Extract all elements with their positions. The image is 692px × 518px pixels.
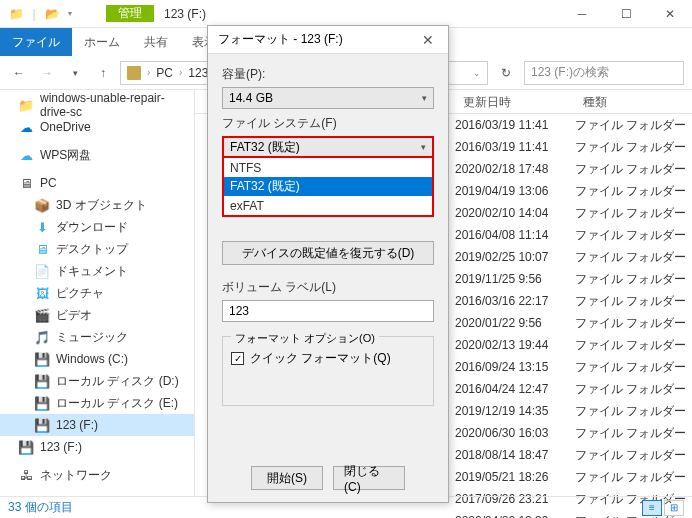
back-button[interactable]: ←	[8, 62, 30, 84]
sidebar-item-label: ダウンロード	[56, 219, 128, 236]
sidebar-item[interactable]: 💾123 (F:)	[0, 436, 194, 458]
cell-type: ファイル フォルダー	[575, 180, 686, 202]
col-date[interactable]: 更新日時	[455, 90, 511, 114]
sidebar-item-label: 123 (F:)	[40, 440, 82, 454]
cell-date: 2020/02/18 17:48	[455, 158, 548, 180]
close-button[interactable]: ✕	[648, 0, 692, 28]
up-button[interactable]: ↑	[92, 62, 114, 84]
dialog-titlebar: フォーマット - 123 (F:) ✕	[208, 26, 448, 54]
filesystem-option[interactable]: exFAT	[224, 196, 432, 215]
cell-date: 2019/04/19 13:06	[455, 180, 548, 202]
dialog-title: フォーマット - 123 (F:)	[218, 31, 343, 48]
filesystem-option[interactable]: FAT32 (既定)	[224, 177, 432, 196]
sidebar-item-label: ローカル ディスク (E:)	[56, 395, 178, 412]
restore-defaults-button[interactable]: デバイスの既定値を復元する(D)	[222, 241, 434, 265]
minimize-button[interactable]: ─	[560, 0, 604, 28]
tab-file[interactable]: ファイル	[0, 28, 72, 56]
capacity-select[interactable]: 14.4 GB ▾	[222, 87, 434, 109]
volume-label-label: ボリューム ラベル(L)	[222, 279, 434, 296]
qat-separator: |	[26, 6, 42, 22]
sidebar-item-icon: 🖥	[34, 241, 50, 257]
cell-date: 2016/03/19 11:41	[455, 114, 548, 136]
cell-type: ファイル フォルダー	[575, 114, 686, 136]
sidebar-item-label: windows-unable-repair-drive-sc	[40, 91, 194, 119]
chevron-down-icon: ▾	[422, 93, 427, 103]
view-details-button[interactable]: ≡	[642, 500, 662, 516]
sidebar-item[interactable]: 🎬ビデオ	[0, 304, 194, 326]
cell-date: 2019/02/25 10:07	[455, 246, 548, 268]
col-type[interactable]: 種類	[575, 90, 607, 114]
sidebar-item-label: 3D オブジェクト	[56, 197, 147, 214]
sidebar-item[interactable]: ☁OneDrive	[0, 116, 194, 138]
filesystem-option[interactable]: NTFS	[224, 158, 432, 177]
sidebar-item-label: 123 (F:)	[56, 418, 98, 432]
sidebar-item-icon: 📄	[34, 263, 50, 279]
search-input[interactable]: 123 (F:)の検索	[524, 61, 684, 85]
start-button[interactable]: 開始(S)	[251, 466, 323, 490]
address-dropdown-icon[interactable]: ⌄	[473, 68, 481, 78]
sidebar-item[interactable]: 🖼ピクチャ	[0, 282, 194, 304]
drive-icon	[127, 66, 141, 80]
sidebar-item-icon: ☁	[18, 119, 34, 135]
sidebar-item-label: ネットワーク	[40, 467, 112, 484]
volume-label-input[interactable]: 123	[222, 300, 434, 322]
cell-type: ファイル フォルダー	[575, 422, 686, 444]
chevron-right-icon: ›	[147, 67, 150, 78]
cell-type: ファイル フォルダー	[575, 224, 686, 246]
nav-sidebar: 📁windows-unable-repair-drive-sc☁OneDrive…	[0, 90, 195, 496]
sidebar-item-icon: 🖥	[18, 175, 34, 191]
recent-chevron-icon[interactable]: ▾	[64, 62, 86, 84]
sidebar-item[interactable]: 📦3D オブジェクト	[0, 194, 194, 216]
sidebar-item[interactable]: 💾ローカル ディスク (D:)	[0, 370, 194, 392]
forward-button[interactable]: →	[36, 62, 58, 84]
sidebar-item[interactable]: 🎵ミュージック	[0, 326, 194, 348]
sidebar-item-label: ローカル ディスク (D:)	[56, 373, 179, 390]
cell-type: ファイル フォルダー	[575, 268, 686, 290]
cell-date: 2019/05/21 18:26	[455, 466, 548, 488]
tab-share[interactable]: 共有	[132, 28, 180, 56]
cell-type: ファイル フォルダー	[575, 466, 686, 488]
ribbon-context-tab[interactable]: 管理	[106, 5, 154, 22]
sidebar-item[interactable]: ⬇ダウンロード	[0, 216, 194, 238]
qat-chevron-icon[interactable]: ▾	[62, 6, 78, 22]
sidebar-item[interactable]: 🖧ネットワーク	[0, 464, 194, 486]
refresh-button[interactable]: ↻	[494, 61, 518, 85]
sidebar-item[interactable]: 💾ローカル ディスク (E:)	[0, 392, 194, 414]
filesystem-select[interactable]: FAT32 (既定) ▾	[222, 136, 434, 158]
sidebar-item-icon: ☁	[18, 147, 34, 163]
sidebar-item-label: Windows (C:)	[56, 352, 128, 366]
sidebar-item-icon: 📦	[34, 197, 50, 213]
sidebar-item[interactable]: 💾Windows (C:)	[0, 348, 194, 370]
close-dialog-button[interactable]: 閉じる(C)	[333, 466, 405, 490]
cell-date: 2016/04/24 12:47	[455, 378, 548, 400]
cell-type: ファイル フォルダー	[575, 202, 686, 224]
sidebar-item[interactable]: 💾123 (F:)	[0, 414, 194, 436]
cell-date: 2019/11/25 9:56	[455, 268, 542, 290]
sidebar-item[interactable]: 🖥デスクトップ	[0, 238, 194, 260]
cell-date: 2016/04/08 11:14	[455, 224, 548, 246]
breadcrumb[interactable]: PC	[156, 66, 173, 80]
quick-format-label: クイック フォーマット(Q)	[250, 350, 391, 367]
sidebar-item[interactable]: 🖥PC	[0, 172, 194, 194]
filesystem-label: ファイル システム(F)	[222, 115, 434, 132]
maximize-button[interactable]: ☐	[604, 0, 648, 28]
sidebar-item-label: ビデオ	[56, 307, 92, 324]
quick-format-checkbox[interactable]: ✓ クイック フォーマット(Q)	[231, 350, 425, 367]
item-count: 33 個の項目	[8, 499, 73, 516]
cell-date: 2016/09/24 13:15	[455, 356, 548, 378]
view-icons-button[interactable]: ⊞	[664, 500, 684, 516]
sidebar-item-icon: 💾	[34, 351, 50, 367]
dialog-close-button[interactable]: ✕	[418, 30, 438, 50]
filesystem-value: FAT32 (既定)	[230, 139, 300, 156]
sidebar-item[interactable]: ☁WPS网盘	[0, 144, 194, 166]
cell-date: 2016/03/16 22:17	[455, 290, 548, 312]
tab-home[interactable]: ホーム	[72, 28, 132, 56]
cell-type: ファイル フォルダー	[575, 378, 686, 400]
sidebar-item-label: PC	[40, 176, 57, 190]
sidebar-item[interactable]: 📁windows-unable-repair-drive-sc	[0, 94, 194, 116]
sidebar-item-icon: 💾	[34, 395, 50, 411]
cell-date: 2020/01/22 9:56	[455, 312, 542, 334]
cell-type: ファイル フォルダー	[575, 444, 686, 466]
sidebar-item[interactable]: 📄ドキュメント	[0, 260, 194, 282]
titlebar: 📁 | 📂 ▾ 管理 123 (F:) ─ ☐ ✕	[0, 0, 692, 28]
